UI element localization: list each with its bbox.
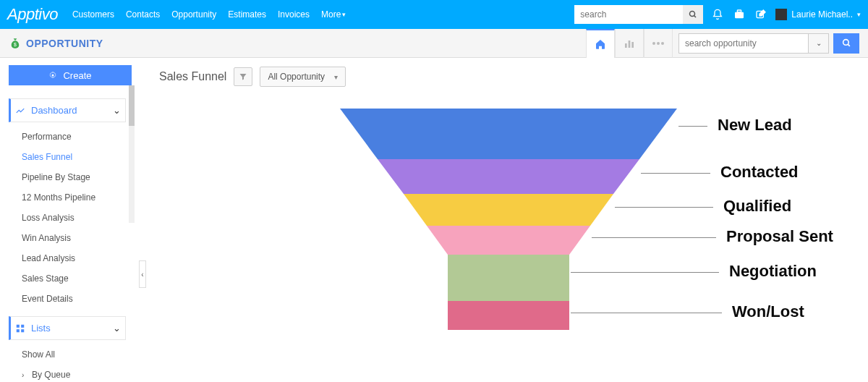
nav-more-label: More [321,9,341,20]
sidebar-dashboard-group: Dashboard ⌄ Performance Sales Funnel Pip… [9,98,139,309]
svg-rect-7 [629,41,631,48]
funnel-connector-line [678,126,707,127]
home-view-button[interactable] [586,29,615,58]
nav-opportunity[interactable]: Opportunity [171,9,216,20]
sidebar-lists-header[interactable]: Lists ⌄ [9,316,126,340]
sidebar-scrollbar-track[interactable] [129,85,135,223]
nav-invoices[interactable]: Invoices [278,9,310,20]
page-title: Sales Funnel [159,70,226,83]
sidebar-item-show-all[interactable]: Show All [9,344,139,365]
opportunity-search-input[interactable] [678,33,809,54]
sidebar-item-lead-analysis[interactable]: Lead Analysis [9,248,139,268]
logo: Apptivo [7,5,58,24]
global-search-button[interactable] [683,5,703,24]
funnel-segment [448,255,569,301]
money-bag-icon: $ [9,37,22,50]
module-title: OPPORTUNITY [26,38,103,49]
svg-rect-16 [21,324,24,327]
svg-point-12 [843,40,848,46]
funnel-stage: New Lead [340,109,833,159]
nav-contacts[interactable]: Contacts [126,9,160,20]
funnel-stage-label: Proposal Sent [716,227,833,246]
line-chart-icon [15,106,25,116]
opportunity-search-group: ⌄ [678,33,859,54]
chart-view-button[interactable] [615,29,644,58]
sidebar-item-performance[interactable]: Performance [9,127,139,147]
sidebar-item-sales-stage[interactable]: Sales Stage [9,268,139,289]
funnel-connector-line [641,173,710,174]
top-navbar: Apptivo Customers Contacts Opportunity E… [0,0,868,29]
funnel-stage: Negotiation [340,255,833,301]
opportunity-filter-label: All Opportunity [268,72,325,82]
sidebar-item-12-months-pipeline[interactable]: 12 Months Pipeline [9,187,139,208]
sidebar-item-loss-analysis[interactable]: Loss Analysis [9,208,139,228]
sidebar-lists-list: Show All ›By Queue ›By Sales Stage ›By T… [9,340,139,382]
svg-rect-18 [21,329,24,332]
nav-estimates[interactable]: Estimates [228,9,266,20]
nav-more[interactable]: More ▾ [321,9,346,20]
funnel-segment [340,109,677,159]
sidebar-dashboard-list: Performance Sales Funnel Pipeline By Sta… [9,122,139,309]
funnel-segment [378,159,639,194]
sidebar-item-win-analysis[interactable]: Win Analysis [9,228,139,248]
chevron-left-icon: ‹ [141,271,143,279]
svg-point-10 [657,42,660,45]
global-search-group [574,5,703,24]
svg-text:$: $ [14,41,17,46]
compose-icon [755,9,767,20]
funnel-stage-label: Qualified [713,197,791,216]
svg-rect-8 [631,42,634,48]
svg-line-13 [848,44,850,46]
funnel-stage: Won/Lost [340,301,833,330]
module-header: $ OPPORTUNITY ⌄ [0,29,868,58]
dots-icon [652,42,664,45]
more-views-button[interactable] [644,29,673,58]
notifications-button[interactable] [710,7,725,22]
svg-rect-6 [625,43,627,48]
user-menu[interactable]: Laurie Michael.. ▾ [775,9,861,20]
svg-rect-17 [17,329,20,332]
chevron-down-icon: ▾ [857,11,861,18]
opportunity-filter-dropdown[interactable]: All Opportunity [260,67,346,87]
funnel-connector-line [592,237,716,238]
opportunity-search-button[interactable] [833,33,859,54]
search-icon [842,38,851,48]
bell-icon [712,9,723,20]
notes-button[interactable] [754,7,768,22]
funnel-stage: Contacted [340,159,833,194]
bar-chart-icon [624,38,635,49]
funnel-chart: New LeadContactedQualifiedProposal SentN… [340,109,833,330]
content-header: Sales Funnel All Opportunity [159,67,854,87]
sidebar-item-by-queue[interactable]: ›By Queue [9,365,139,382]
sidebar-scrollbar-thumb[interactable] [129,85,135,126]
funnel-stage-label: Negotiation [719,262,817,281]
gear-icon [48,71,57,80]
sidebar-item-pipeline-by-stage[interactable]: Pipeline By Stage [9,167,139,187]
chevron-down-icon: ⌄ [816,39,822,47]
svg-point-9 [652,42,655,45]
funnel-filter-icon [239,72,247,81]
svg-point-0 [690,12,695,17]
chevron-down-icon: ⌄ [113,105,121,116]
sidebar-item-sales-funnel[interactable]: Sales Funnel [9,147,139,167]
topbar-right: Laurie Michael.. ▾ [574,5,861,24]
sidebar-lists-group: Lists ⌄ Show All ›By Queue ›By Sales Sta… [9,316,139,382]
user-name: Laurie Michael.. [791,9,853,20]
sidebar-item-event-details[interactable]: Event Details [9,289,139,309]
funnel-segment [448,301,569,330]
briefcase-icon [733,9,745,20]
sidebar-dashboard-header[interactable]: Dashboard ⌄ [9,98,126,122]
home-icon [595,38,606,50]
opportunity-search-dropdown[interactable]: ⌄ [809,33,829,54]
funnel-connector-line [571,272,719,273]
nav-customers[interactable]: Customers [72,9,114,20]
global-search-input[interactable] [574,5,683,24]
chevron-down-icon: ▾ [342,11,346,18]
filter-button[interactable] [234,67,252,86]
sidebar-item-label: By Queue [32,370,70,380]
create-button-label: Create [63,70,91,81]
create-button[interactable]: Create [9,65,132,85]
apps-button[interactable] [732,7,746,22]
svg-line-1 [694,16,697,18]
svg-point-14 [52,75,54,77]
